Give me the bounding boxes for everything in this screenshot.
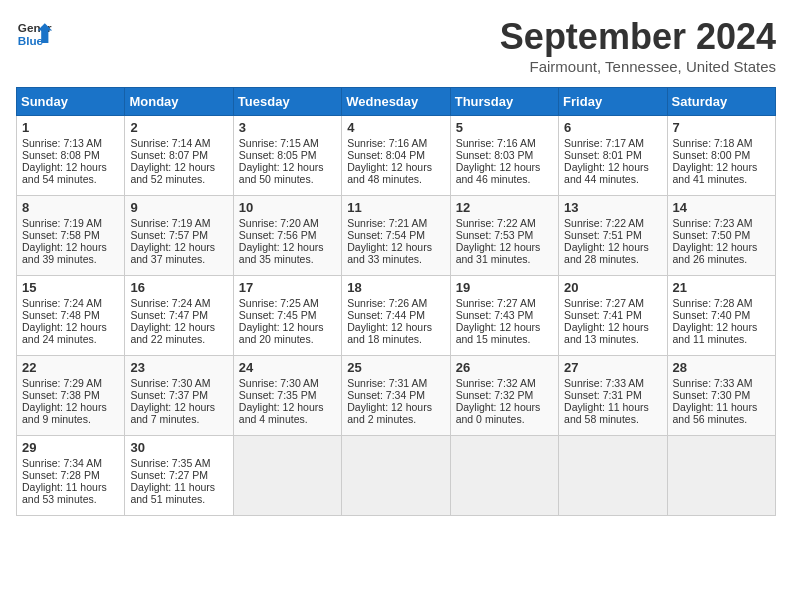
day-info-line: Sunrise: 7:27 AM (456, 297, 553, 309)
calendar-body: 1Sunrise: 7:13 AMSunset: 8:08 PMDaylight… (17, 116, 776, 516)
day-info-line: Daylight: 11 hours (22, 481, 119, 493)
weekday-header-saturday: Saturday (667, 88, 775, 116)
day-info-line: and 56 minutes. (673, 413, 770, 425)
day-info-line: Daylight: 12 hours (239, 321, 336, 333)
calendar-cell: 3Sunrise: 7:15 AMSunset: 8:05 PMDaylight… (233, 116, 341, 196)
day-number: 19 (456, 280, 553, 295)
day-number: 13 (564, 200, 661, 215)
day-info-line: Daylight: 12 hours (22, 161, 119, 173)
day-info-line: Sunset: 7:58 PM (22, 229, 119, 241)
day-info-line: Sunset: 7:38 PM (22, 389, 119, 401)
day-number: 24 (239, 360, 336, 375)
day-info-line: Sunrise: 7:34 AM (22, 457, 119, 469)
day-info-line: Sunset: 8:05 PM (239, 149, 336, 161)
day-number: 3 (239, 120, 336, 135)
day-info-line: Sunset: 8:07 PM (130, 149, 227, 161)
calendar-cell: 20Sunrise: 7:27 AMSunset: 7:41 PMDayligh… (559, 276, 667, 356)
day-info-line: and 22 minutes. (130, 333, 227, 345)
day-info-line: Daylight: 12 hours (22, 401, 119, 413)
calendar-cell: 10Sunrise: 7:20 AMSunset: 7:56 PMDayligh… (233, 196, 341, 276)
day-info-line: Sunrise: 7:18 AM (673, 137, 770, 149)
day-info-line: Sunrise: 7:24 AM (22, 297, 119, 309)
day-info-line: Daylight: 12 hours (130, 161, 227, 173)
calendar-cell: 23Sunrise: 7:30 AMSunset: 7:37 PMDayligh… (125, 356, 233, 436)
day-info-line: Daylight: 12 hours (456, 161, 553, 173)
day-info-line: Daylight: 12 hours (347, 241, 444, 253)
day-number: 14 (673, 200, 770, 215)
day-info-line: Daylight: 12 hours (239, 401, 336, 413)
day-info-line: Sunset: 7:44 PM (347, 309, 444, 321)
day-info-line: Sunrise: 7:25 AM (239, 297, 336, 309)
calendar-week-4: 22Sunrise: 7:29 AMSunset: 7:38 PMDayligh… (17, 356, 776, 436)
day-info-line: Sunrise: 7:31 AM (347, 377, 444, 389)
day-info-line: and 28 minutes. (564, 253, 661, 265)
day-info-line: and 44 minutes. (564, 173, 661, 185)
day-number: 23 (130, 360, 227, 375)
calendar-week-2: 8Sunrise: 7:19 AMSunset: 7:58 PMDaylight… (17, 196, 776, 276)
day-number: 2 (130, 120, 227, 135)
calendar-cell: 19Sunrise: 7:27 AMSunset: 7:43 PMDayligh… (450, 276, 558, 356)
day-number: 10 (239, 200, 336, 215)
day-number: 4 (347, 120, 444, 135)
weekday-header-monday: Monday (125, 88, 233, 116)
day-number: 12 (456, 200, 553, 215)
day-info-line: Sunset: 7:31 PM (564, 389, 661, 401)
day-info-line: Sunset: 7:50 PM (673, 229, 770, 241)
day-info-line: and 52 minutes. (130, 173, 227, 185)
day-number: 11 (347, 200, 444, 215)
day-info-line: Sunset: 8:03 PM (456, 149, 553, 161)
logo-icon: General Blue (16, 16, 52, 52)
day-info-line: and 46 minutes. (456, 173, 553, 185)
day-info-line: Sunrise: 7:16 AM (456, 137, 553, 149)
day-number: 15 (22, 280, 119, 295)
day-info-line: Sunrise: 7:22 AM (456, 217, 553, 229)
weekday-header-row: SundayMondayTuesdayWednesdayThursdayFrid… (17, 88, 776, 116)
day-info-line: Sunrise: 7:24 AM (130, 297, 227, 309)
calendar-cell (233, 436, 341, 516)
calendar-cell: 4Sunrise: 7:16 AMSunset: 8:04 PMDaylight… (342, 116, 450, 196)
day-number: 21 (673, 280, 770, 295)
day-info-line: Sunset: 7:37 PM (130, 389, 227, 401)
calendar-cell (342, 436, 450, 516)
day-info-line: Sunset: 8:00 PM (673, 149, 770, 161)
day-number: 22 (22, 360, 119, 375)
calendar-cell: 28Sunrise: 7:33 AMSunset: 7:30 PMDayligh… (667, 356, 775, 436)
weekday-header-wednesday: Wednesday (342, 88, 450, 116)
day-info-line: Sunset: 7:48 PM (22, 309, 119, 321)
day-info-line: Daylight: 12 hours (22, 321, 119, 333)
page-header: General Blue September 2024 Fairmount, T… (16, 16, 776, 75)
svg-text:Blue: Blue (18, 34, 44, 47)
day-info-line: Sunset: 7:35 PM (239, 389, 336, 401)
calendar-cell: 12Sunrise: 7:22 AMSunset: 7:53 PMDayligh… (450, 196, 558, 276)
calendar-cell: 15Sunrise: 7:24 AMSunset: 7:48 PMDayligh… (17, 276, 125, 356)
calendar-cell: 9Sunrise: 7:19 AMSunset: 7:57 PMDaylight… (125, 196, 233, 276)
day-info-line: Daylight: 12 hours (456, 401, 553, 413)
day-info-line: Daylight: 12 hours (130, 321, 227, 333)
calendar-cell: 30Sunrise: 7:35 AMSunset: 7:27 PMDayligh… (125, 436, 233, 516)
day-info-line: Sunrise: 7:32 AM (456, 377, 553, 389)
weekday-header-tuesday: Tuesday (233, 88, 341, 116)
day-info-line: Sunset: 7:34 PM (347, 389, 444, 401)
day-info-line: Daylight: 12 hours (673, 321, 770, 333)
calendar-week-5: 29Sunrise: 7:34 AMSunset: 7:28 PMDayligh… (17, 436, 776, 516)
weekday-header-friday: Friday (559, 88, 667, 116)
calendar-cell: 17Sunrise: 7:25 AMSunset: 7:45 PMDayligh… (233, 276, 341, 356)
day-info-line: Daylight: 12 hours (239, 241, 336, 253)
day-info-line: and 41 minutes. (673, 173, 770, 185)
day-info-line: Sunset: 7:30 PM (673, 389, 770, 401)
day-info-line: Sunset: 7:28 PM (22, 469, 119, 481)
day-info-line: Sunrise: 7:23 AM (673, 217, 770, 229)
day-info-line: and 2 minutes. (347, 413, 444, 425)
day-info-line: Sunrise: 7:14 AM (130, 137, 227, 149)
calendar-cell: 11Sunrise: 7:21 AMSunset: 7:54 PMDayligh… (342, 196, 450, 276)
day-info-line: and 11 minutes. (673, 333, 770, 345)
day-info-line: Daylight: 12 hours (347, 161, 444, 173)
day-info-line: Sunrise: 7:33 AM (564, 377, 661, 389)
day-info-line: Sunrise: 7:17 AM (564, 137, 661, 149)
day-info-line: and 33 minutes. (347, 253, 444, 265)
day-info-line: Daylight: 11 hours (130, 481, 227, 493)
day-number: 7 (673, 120, 770, 135)
day-number: 28 (673, 360, 770, 375)
calendar-cell: 7Sunrise: 7:18 AMSunset: 8:00 PMDaylight… (667, 116, 775, 196)
calendar-week-3: 15Sunrise: 7:24 AMSunset: 7:48 PMDayligh… (17, 276, 776, 356)
